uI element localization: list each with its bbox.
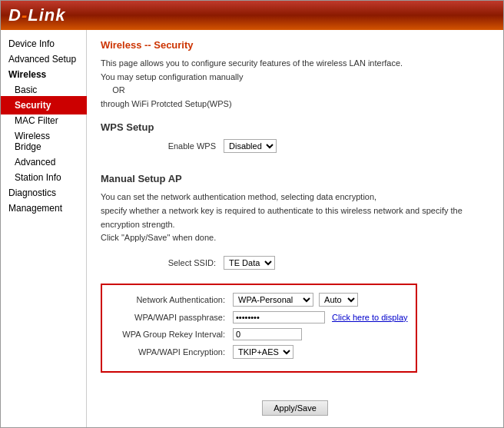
wpa-passphrase-input[interactable]: [233, 311, 325, 323]
page-title: Wireless -- Security: [101, 39, 489, 51]
network-auth-row: Network Authentication: WPA-Personal WPA…: [110, 293, 408, 307]
ssid-label: Select SSID:: [101, 258, 224, 267]
wpa-rekey-label: WPA Group Rekey Interval:: [110, 330, 233, 339]
network-auth-label: Network Authentication:: [110, 295, 233, 304]
header: D-Link: [1, 1, 503, 30]
main-content: Wireless -- Security This page allows yo…: [87, 30, 503, 428]
desc-line4: through WiFi Protcted Setup(WPS): [101, 99, 232, 108]
wpa-passphrase-row: WPA/WAPI passphrase: Click here to displ…: [110, 311, 408, 323]
enable-wps-control: Disabled Enabled: [224, 139, 277, 153]
sidebar-item-basic[interactable]: Basic: [1, 82, 86, 98]
enable-wps-row: Enable WPS Disabled Enabled: [101, 139, 489, 153]
manual-description: You can set the network authentication m…: [101, 191, 489, 244]
wpa-encryption-row: WPA/WAPI Encryption: TKIP+AES TKIP AES: [110, 345, 408, 359]
sidebar: Device Info Advanced Setup Wireless Basi…: [1, 30, 87, 428]
sidebar-item-device-info[interactable]: Device Info: [1, 36, 86, 51]
sidebar-item-advanced-setup[interactable]: Advanced Setup: [1, 51, 86, 67]
wpa-encryption-label: WPA/WAPI Encryption:: [110, 347, 233, 357]
page-description: This page allows you to configure securi…: [101, 57, 489, 111]
desc-line3: OR: [112, 85, 125, 95]
network-auth-select[interactable]: WPA-Personal WPA2-Personal WPA-Enterpris…: [233, 293, 313, 307]
network-auth-sub-select[interactable]: Auto AES TKIP: [319, 293, 358, 307]
enable-wps-label: Enable WPS: [101, 141, 224, 151]
sidebar-item-wireless-bridge[interactable]: Wireless Bridge: [1, 128, 86, 154]
desc-line2: You may setup configuration manually: [101, 72, 244, 81]
layout: Device Info Advanced Setup Wireless Basi…: [1, 30, 503, 428]
sidebar-item-security[interactable]: Security: [1, 98, 86, 113]
sidebar-item-diagnostics[interactable]: Diagnostics: [1, 185, 86, 201]
sidebar-item-advanced[interactable]: Advanced: [1, 154, 86, 170]
wpa-passphrase-control: Click here to display: [233, 311, 408, 323]
sidebar-item-wireless[interactable]: Wireless: [1, 67, 86, 82]
network-auth-control: WPA-Personal WPA2-Personal WPA-Enterpris…: [233, 293, 358, 307]
sidebar-item-station-info[interactable]: Station Info: [1, 170, 86, 185]
wpa-rekey-row: WPA Group Rekey Interval:: [110, 328, 408, 340]
manual-desc2: specify whether a network key is require…: [101, 206, 463, 229]
manual-desc3: Click "Apply/Save" when done.: [101, 233, 216, 242]
enable-wps-select[interactable]: Disabled Enabled: [224, 139, 277, 153]
sidebar-item-mac-filter[interactable]: MAC Filter: [1, 113, 86, 128]
wpa-encryption-select[interactable]: TKIP+AES TKIP AES: [233, 345, 293, 359]
ssid-row: Select SSID: TE Data: [101, 256, 489, 270]
wpa-rekey-input[interactable]: [233, 328, 302, 340]
apply-row: Apply/Save: [101, 393, 489, 416]
logo-text: D-Link: [8, 5, 65, 25]
ssid-select[interactable]: TE Data: [224, 256, 275, 270]
wpa-encryption-control: TKIP+AES TKIP AES: [233, 345, 293, 359]
security-settings-box: Network Authentication: WPA-Personal WPA…: [101, 284, 417, 373]
wpa-passphrase-label: WPA/WAPI passphrase:: [110, 313, 233, 322]
logo: D-Link: [8, 5, 65, 25]
apply-save-button[interactable]: Apply/Save: [262, 400, 328, 416]
wpa-rekey-control: [233, 328, 302, 340]
click-here-link[interactable]: Click here to display: [332, 313, 407, 322]
manual-desc1: You can set the network authentication m…: [101, 192, 376, 201]
wps-section-title: WPS Setup: [101, 121, 489, 133]
desc-line1: This page allows you to configure securi…: [101, 58, 403, 68]
sidebar-item-management[interactable]: Management: [1, 201, 86, 216]
manual-setup-title: Manual Setup AP: [101, 173, 489, 184]
